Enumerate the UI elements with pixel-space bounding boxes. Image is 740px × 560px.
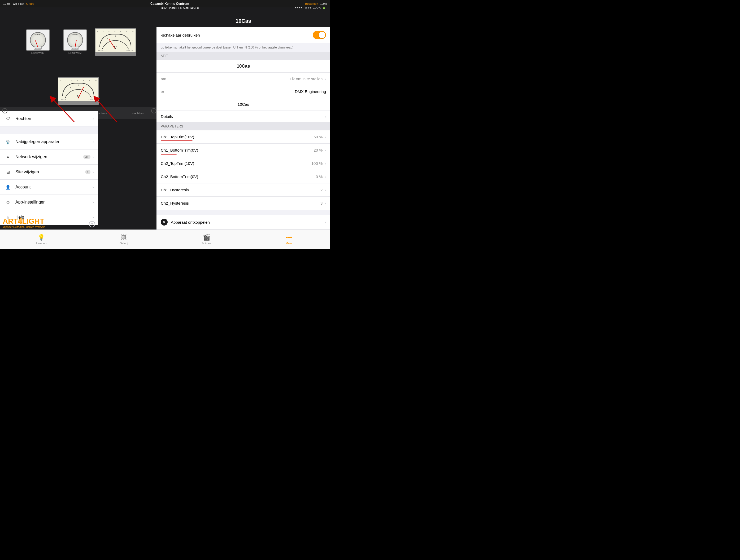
param-row-ch2-bottom[interactable]: Ch2_BottomTrim(0V) 0 % › [157, 170, 330, 184]
unlink-row[interactable]: ✕ Apparaat ontkoppelen › [157, 215, 330, 229]
nav-lampen-label: Lampen [36, 242, 47, 245]
chevron-ch1-bottom: › [325, 148, 326, 152]
sidebar-item-site[interactable]: ⊞ Site wijzigen 1 › [0, 164, 98, 180]
shield-icon: 🛡 [4, 115, 12, 122]
chevron-appinstellingen: › [93, 200, 94, 205]
param-value-ch2-bottom: 0 % [315, 175, 322, 179]
sidebar-item-appinstellingen[interactable]: ⚙ App-instellingen › [0, 195, 98, 210]
info-circle-left[interactable]: i [2, 108, 7, 113]
details-row[interactable]: Details › [157, 111, 330, 122]
chevron-ch1-top: › [325, 135, 326, 139]
nav-title: Casambi Kennis Centrum [151, 2, 189, 6]
sidebar-netwerk-label: Netwerk wijzigen [15, 154, 83, 159]
sidebar-item-nabijgelegen[interactable]: 📡 Nabijgelegen apparaten › [0, 134, 98, 149]
nav-scenes-icon: 🎬 [203, 234, 210, 241]
sidebar-account-label: Account [15, 185, 93, 190]
chevron-nabijgelegen: › [93, 139, 94, 144]
bottom-navigation: 💡 Lampen 🖼 Galerij 🎬 Scènes ••• Meer [0, 229, 330, 249]
param-row-ch1-bottom[interactable]: Ch1_BottomTrim(0V) 20 % › [157, 144, 330, 157]
chevron-site: › [93, 170, 94, 175]
sidebar-item-rechten[interactable]: 🛡 Rechten › [0, 111, 98, 126]
logo-watermark: ART4LIGHT Importer Casambi Enabled Produ… [3, 218, 56, 228]
params-section-header: PARAMETERS [157, 122, 330, 130]
info-value-am: Tik om in te stellen [187, 77, 322, 81]
network-icon: ▲ [4, 153, 12, 160]
info-row-name: 10Cas [157, 60, 330, 73]
spacer [157, 210, 330, 215]
back-button[interactable]: Groep [26, 2, 34, 5]
sidebar-item-account[interactable]: 👤 Account › [0, 180, 98, 195]
battery-indicator: 100% [320, 2, 327, 5]
nav-meer-icon: ••• [286, 234, 292, 241]
svg-line-1 [107, 38, 108, 39]
info-label-am: am [161, 77, 187, 81]
param-label-ch1-bottom: Ch1_BottomTrim(0V) [161, 148, 313, 152]
logo-sub: Importer Casambi Enabled Products [3, 226, 56, 228]
chevron-netwerk: › [93, 154, 94, 159]
day-display: Wo 6 jan [13, 2, 24, 5]
param-row-ch1-top[interactable]: Ch1_TopTrim(10V) 60 % › [157, 130, 330, 144]
unlink-label: Apparaat ontkoppelen [171, 220, 325, 224]
more-icon: ••• [132, 111, 136, 115]
meter-1-label: LD220WCM [31, 52, 44, 54]
nav-galerij[interactable]: 🖼 Galerij [83, 230, 165, 249]
info-label-er: er [161, 89, 187, 94]
device-name-value: 10Cas [161, 64, 326, 69]
param-row-ch2-top[interactable]: Ch2_TopTrim(10V) 100 % › [157, 157, 330, 170]
meter-2-label: LD220WCM [69, 52, 81, 54]
wifi-icon: 📡 [4, 138, 12, 145]
toggle-label: -schakelaar gebruiken [161, 33, 313, 37]
grid-icon: ⊞ [4, 168, 12, 176]
sidebar-menu: 🛡 Rechten › 📡 Nabijgelegen apparaten › ▲… [0, 111, 98, 225]
sidebar-item-netwerk[interactable]: ▲ Netwerk wijzigen 31 › [0, 149, 98, 164]
info-value-er: DMX Engineering [187, 89, 326, 94]
toggle-switch[interactable] [313, 31, 326, 39]
site-badge: 1 [85, 170, 90, 174]
info-circle-right[interactable]: i [151, 108, 157, 113]
param-value-ch2-hysteresis: 3 [320, 201, 322, 205]
param-value-ch1-hysteresis: 2 [320, 188, 322, 192]
chevron-account: › [93, 185, 94, 190]
param-bar-ch1-bottom [161, 154, 177, 154]
voltmeter-2: 024V6810 V YS-675CLASS 2.5 [58, 77, 99, 105]
param-value-ch2-top: 100 % [311, 161, 323, 165]
sidebar-site-label: Site wijzigen [15, 170, 85, 175]
nav-meer[interactable]: ••• Meer [248, 230, 330, 249]
chevron-ch1-hysteresis: › [325, 188, 326, 192]
param-value-ch1-top: 60 % [313, 135, 322, 139]
nav-meer-label: Meer [286, 242, 292, 245]
nav-scenes-label: Scènes [202, 242, 211, 245]
unlink-icon: ✕ [161, 219, 168, 226]
svg-line-7 [70, 87, 71, 88]
chevron-details: › [325, 114, 326, 119]
param-label-ch1-hysteresis: Ch1_Hysteresis [161, 188, 320, 192]
chevron-ch2-hysteresis: › [325, 201, 326, 205]
voltmeter-1: 024V6810 V [95, 28, 136, 55]
nav-scenes[interactable]: 🎬 Scènes [165, 230, 248, 249]
info-section-header: ATIE [157, 52, 330, 60]
right-panel: mbi Kennis Centrum ●●●● WiFi 100% 🔋 10Ca… [157, 0, 330, 249]
info-row-am[interactable]: am Tik om in te stellen › [157, 73, 330, 85]
edit-button[interactable]: Bewerken [305, 2, 318, 5]
tab-scenes-label: Scènes [97, 112, 107, 115]
person-icon: 👤 [4, 184, 12, 191]
meter-device-2: VADEBO VAC050 LD220WCM [63, 29, 87, 54]
netwerk-badge: 31 [83, 155, 90, 159]
param-label-ch1-top: Ch1_TopTrim(10V) [161, 135, 313, 139]
meter-device-1: VADEBO VAC050 LD220WCM [26, 29, 50, 54]
toggle-description: op tikken schakelt het geconfigureerde d… [157, 43, 330, 52]
tab-meer[interactable]: ••• Meer [132, 111, 144, 115]
param-row-ch1-hysteresis[interactable]: Ch1_Hysteresis 2 › [157, 184, 330, 197]
separator-1 [0, 126, 98, 134]
settings-icon: ⚙ [4, 199, 12, 206]
info-row-er: er DMX Engineering [157, 85, 330, 98]
meters-area: VADEBO VAC050 LD220WCM VADEBO VAC050 LD2… [0, 16, 157, 117]
nav-lampen[interactable]: 💡 Lampen [0, 230, 83, 249]
sidebar-rechten-label: Rechten [15, 116, 93, 121]
sidebar-help-icon[interactable]: ? [89, 221, 95, 227]
chevron-ch2-top: › [325, 161, 326, 165]
param-row-ch2-hysteresis[interactable]: Ch2_Hysteresis 3 › [157, 197, 330, 210]
svg-line-3 [123, 38, 123, 39]
logo-art4light: ART4LIGHT [3, 218, 56, 225]
device-section-title: 10Cas [157, 15, 330, 27]
